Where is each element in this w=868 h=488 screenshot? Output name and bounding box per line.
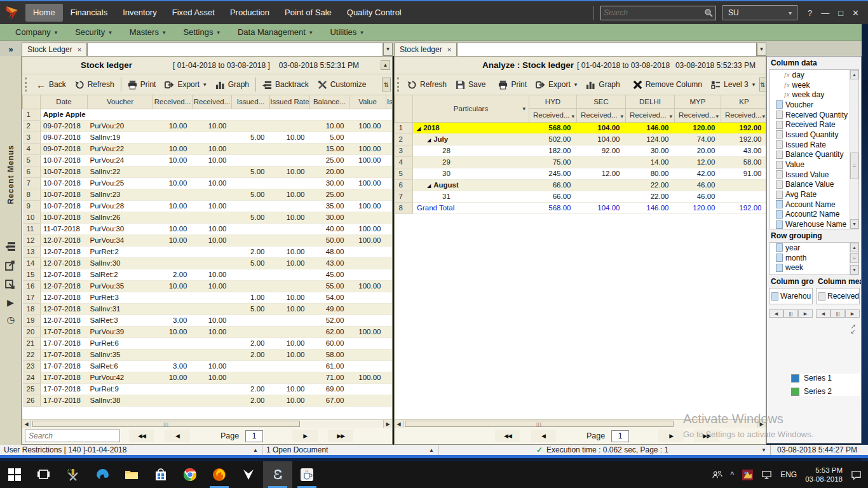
scroll-left-icon[interactable]: ◀ — [816, 309, 831, 318]
table-row[interactable]: 1612-07-2018PurVou:3510.0010.0055.00100.… — [23, 280, 393, 292]
table-row[interactable]: 1912-07-2018SalRet:33.0010.0052.00 — [23, 315, 393, 326]
pivot-row[interactable]: 73166.0022.0046.00 — [395, 191, 766, 202]
scroll-up-icon[interactable]: ▲ — [850, 243, 858, 252]
column-data-item-issued-rate[interactable]: Issued Rate — [770, 140, 858, 150]
warehouse-header-delhi[interactable]: DELHI — [626, 95, 675, 108]
submenu-settings[interactable]: Settings▾ — [174, 24, 229, 40]
file-explorer-button[interactable] — [117, 461, 146, 488]
page-last-button[interactable]: ▶▶ — [694, 430, 719, 442]
tab-stock-ledger-right[interactable]: Stock ledger × — [394, 43, 457, 56]
column-data-item-avg-rate[interactable]: Avg Rate — [770, 189, 858, 200]
column-data-item-balance-quantity[interactable]: Balance Quantity — [770, 150, 858, 160]
status-user-restrictions[interactable]: User Restrictions [ 140 ]-01-04-2018▲ — [0, 445, 262, 455]
pivot-row[interactable]: 2◢July502.00104.00124.0074.00192.00 — [395, 133, 766, 145]
column-header-rownum[interactable] — [23, 95, 41, 109]
table-row[interactable]: 1111-07-2018PurVou:3010.0010.0040.00100.… — [23, 223, 393, 234]
pivot-row[interactable]: 1◢2018568.00104.00146.00120.00192.00 — [395, 122, 766, 133]
start-button[interactable] — [0, 461, 29, 488]
save-button[interactable]: Save — [451, 76, 490, 93]
export-button[interactable]: Export▾ — [160, 76, 210, 93]
chevron-down-icon[interactable]: ▾ — [715, 113, 719, 119]
firefox-button[interactable] — [205, 461, 234, 488]
table-row[interactable]: 1212-07-2018PurVou:3410.0010.0050.00100.… — [23, 234, 393, 246]
collapse-sidebar-icon[interactable]: » — [0, 44, 22, 56]
menu-fixed-asset[interactable]: Fixed Asset — [165, 4, 222, 22]
submenu-security[interactable]: Security▾ — [66, 24, 121, 40]
splitter-icon[interactable]: ⇅ — [759, 78, 766, 92]
submenu-utilities[interactable]: Utilities▾ — [321, 24, 372, 40]
graph-button[interactable]: Graph — [211, 76, 254, 93]
page-next-button[interactable]: ▶ — [658, 430, 684, 442]
graph-button[interactable]: Graph — [581, 76, 624, 93]
row-grouping-item-week[interactable]: week — [770, 262, 858, 273]
warehouse-header-hyd[interactable]: HYD — [529, 95, 577, 108]
scroll-up-icon[interactable]: ▲ — [381, 60, 390, 70]
network-icon[interactable] — [761, 470, 772, 480]
task-view-button[interactable] — [29, 461, 58, 488]
close-tab-icon[interactable]: × — [447, 46, 451, 53]
column-header-voucher[interactable]: Voucher — [88, 95, 153, 109]
status-execution[interactable]: ✓Execution time : 0.062 sec, Page : 1▼ — [438, 445, 771, 455]
column-measures-scrollbar[interactable]: ◀ ||| ▶ — [816, 309, 860, 318]
recent-menus-strip[interactable]: Recent Menus ▶ ◷ — [0, 56, 22, 445]
table-row[interactable]: 2217-07-2018SalInv:352.0010.0058.00 — [23, 349, 393, 360]
expand-node-icon[interactable]: ◢ — [427, 137, 431, 143]
row-grouping-item-month[interactable]: month — [770, 253, 858, 263]
column-header-received-[interactable]: Received... — [153, 95, 193, 109]
expand-chart-icon[interactable]: ↗ ↙ — [767, 324, 861, 334]
page-last-button[interactable]: ▶▶ — [328, 430, 353, 442]
table-row[interactable]: 409-07-2018PurVou:2210.0010.0015.00100.0… — [23, 143, 393, 154]
table-row[interactable]: 610-07-2018SalInv:225.0010.0020.00 — [23, 166, 393, 177]
store-button[interactable] — [146, 461, 175, 488]
column-grouping-scrollbar[interactable]: ◀ ||| ▶ — [769, 309, 813, 318]
row-grouping-scrollbar[interactable]: ▲ ≡ ▼ — [850, 243, 858, 274]
scroll-thumb[interactable]: ≡ — [850, 152, 858, 179]
menu-production[interactable]: Production — [222, 4, 277, 22]
column-data-item-balance-value[interactable]: Balance Value — [770, 180, 858, 190]
scroll-right-icon[interactable]: ▶ — [845, 309, 860, 318]
scroll-left-icon[interactable]: ◀ — [22, 420, 31, 428]
column-data-item-week-day[interactable]: ƒxweek day — [770, 90, 858, 100]
menu-point-of-sale[interactable]: Point of Sale — [277, 4, 339, 22]
column-header-date[interactable]: Date — [41, 95, 88, 109]
scroll-thumb[interactable]: ≡ — [850, 253, 858, 263]
remove-column-button[interactable]: Remove Column — [628, 76, 707, 93]
column-data-item-account2-name[interactable]: Account2 Name — [770, 210, 858, 220]
menu-financials[interactable]: Financials — [63, 4, 116, 22]
column-header-received-[interactable]: Received... — [193, 95, 232, 109]
clock[interactable]: 5:53 PM 03-08-2018 — [805, 466, 843, 484]
refresh-button[interactable]: Refresh — [71, 76, 119, 93]
menu-inventory[interactable]: Inventory — [115, 4, 164, 22]
column-data-item-issued-quantity[interactable]: Issued Quantity — [770, 130, 858, 140]
table-group-row[interactable]: 1Apple Apple — [23, 109, 393, 120]
print-button[interactable]: Print — [123, 76, 161, 93]
table-row[interactable]: 2117-07-2018PurRet:62.0010.0060.00 — [23, 337, 393, 349]
table-row[interactable]: 2517-07-2018PurRet:92.0010.0069.00 — [23, 383, 393, 395]
pivot-row[interactable]: 8Grand Total568.00104.00146.00120.00192.… — [395, 202, 766, 214]
backtrack-icon[interactable] — [5, 241, 16, 252]
column-data-item-voucher[interactable]: Voucher — [770, 100, 858, 110]
caret-up-icon[interactable]: ▲ — [424, 447, 434, 453]
menu-quality-control[interactable]: Quality Control — [339, 4, 409, 22]
help-button[interactable]: ? — [808, 8, 812, 18]
v-app-button[interactable] — [234, 461, 263, 488]
global-search[interactable] — [600, 6, 716, 20]
submenu-masters[interactable]: Masters▾ — [121, 24, 175, 40]
right-hscrollbar[interactable]: ◀ ||| ▶ — [395, 419, 766, 428]
open-in-icon[interactable] — [5, 279, 16, 290]
particulars-header[interactable]: Particulars▾ — [413, 95, 529, 122]
customize-button[interactable]: Customize — [313, 76, 371, 93]
edge-button[interactable] — [88, 461, 117, 488]
table-row[interactable]: 2017-07-2018PurVou:3910.0010.0062.00100.… — [23, 326, 393, 337]
chevron-down-icon[interactable]: ▾ — [571, 113, 574, 119]
deploy-tool-button[interactable] — [58, 461, 88, 488]
action-center-icon[interactable] — [851, 470, 862, 480]
scroll-thumb[interactable]: ||| — [831, 309, 845, 318]
warehouse-header-sec[interactable]: SEC — [577, 95, 626, 108]
table-row[interactable]: 1812-07-2018SalInv:315.0010.0049.00 — [23, 303, 393, 315]
tab-list-dropdown[interactable]: ▼ — [383, 43, 393, 56]
level-button[interactable]: Level 3▾ — [707, 76, 759, 93]
column-data-item-warehouse-name[interactable]: Warehouse Name — [770, 219, 858, 229]
pivot-row[interactable]: 6◢August66.0022.0046.00 — [395, 179, 766, 191]
chevron-down-icon[interactable]: ▾ — [620, 113, 623, 119]
